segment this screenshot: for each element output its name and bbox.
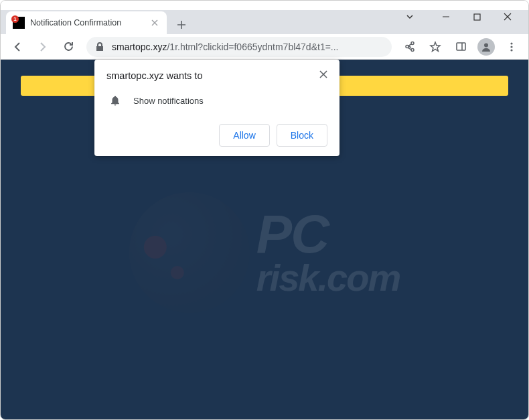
tab-title: Notification Confirmation — [30, 18, 144, 27]
minimize-button[interactable] — [431, 6, 461, 27]
tab-favicon: 1 — [13, 17, 25, 29]
svg-rect-0 — [474, 14, 480, 20]
maximize-button[interactable] — [461, 6, 492, 27]
lock-icon — [94, 42, 105, 52]
watermark-line1: PC — [256, 209, 400, 260]
close-tab-button[interactable] — [149, 17, 160, 28]
browser-tab[interactable]: 1 Notification Confirmation — [6, 11, 167, 34]
permission-title: smartopc.xyz wants to — [106, 70, 202, 81]
menu-button[interactable] — [500, 37, 523, 57]
svg-point-3 — [510, 42, 512, 44]
permission-wants-to: wants to — [163, 70, 202, 81]
browser-toolbar: smartopc.xyz/1r.html?clickid=f0665ydntm7… — [1, 34, 528, 60]
notification-badge: 1 — [11, 15, 19, 23]
back-button[interactable] — [6, 37, 29, 57]
notification-permission-dialog: smartopc.xyz wants to Show notifications… — [94, 60, 339, 156]
watermark: PC risk.com — [129, 192, 400, 313]
bell-icon — [109, 94, 121, 107]
bookmark-button[interactable] — [424, 37, 447, 57]
permission-origin: smartopc.xyz — [106, 70, 163, 81]
tab-search-button[interactable] — [394, 6, 425, 27]
reload-button[interactable] — [57, 37, 80, 57]
new-tab-button[interactable] — [172, 15, 191, 34]
forward-button[interactable] — [31, 37, 54, 57]
side-panel-button[interactable] — [449, 37, 472, 57]
address-bar[interactable]: smartopc.xyz/1r.html?clickid=f0665ydntm7… — [86, 37, 392, 57]
svg-point-2 — [484, 43, 488, 47]
profile-button[interactable] — [475, 37, 498, 57]
avatar-icon — [477, 38, 495, 56]
block-button[interactable]: Block — [277, 124, 327, 147]
url-text: smartopc.xyz/1r.html?clickid=f0665ydntm7… — [112, 42, 384, 52]
url-path: /1r.html?clickid=f0665ydntm7bl47d&t1=... — [167, 42, 338, 52]
url-domain: smartopc.xyz — [112, 42, 167, 52]
watermark-text: PC risk.com — [256, 209, 400, 295]
allow-button[interactable]: Allow — [219, 124, 269, 147]
watermark-globe-icon — [129, 192, 250, 313]
window-controls — [394, 6, 523, 27]
close-window-button[interactable] — [492, 6, 523, 27]
svg-point-4 — [510, 46, 512, 48]
share-button[interactable] — [398, 37, 421, 57]
svg-rect-1 — [457, 43, 465, 50]
svg-point-5 — [510, 49, 512, 51]
permission-description: Show notifications — [133, 96, 204, 106]
watermark-line2: risk.com — [256, 260, 400, 295]
permission-close-button[interactable] — [317, 68, 330, 81]
